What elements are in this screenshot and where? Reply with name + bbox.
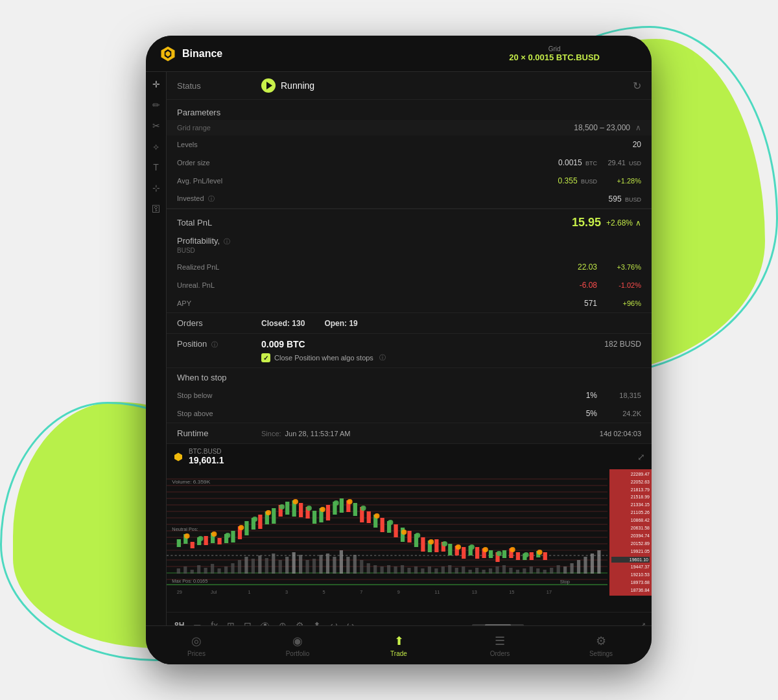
price-level-7: 20631.58	[611, 526, 650, 531]
svg-rect-113	[204, 568, 207, 574]
stop-above-label: Stop above	[177, 410, 261, 417]
svg-rect-57	[381, 518, 384, 532]
refresh-icon[interactable]: ↻	[633, 80, 641, 92]
sidebar: ✛ ✏ ✂ ⟡ T ⊹ ⚿	[146, 72, 167, 625]
crosshair-icon[interactable]: ✛	[152, 80, 160, 89]
avg-pnl-label: Avg. PnL/level	[177, 177, 261, 185]
nav-portfolio[interactable]: ◉ Portfolio	[247, 634, 348, 657]
svg-rect-79	[530, 552, 534, 560]
svg-rect-45	[299, 503, 303, 517]
ruler-icon[interactable]: ⊹	[152, 183, 160, 192]
chevron-up-icon[interactable]: ∧	[635, 123, 641, 132]
stop-above-row: Stop above 5% 24.2K	[167, 404, 652, 423]
fx-icon[interactable]: fx	[208, 620, 220, 626]
svg-rect-155	[489, 568, 492, 574]
svg-rect-121	[258, 555, 261, 574]
nav-orders[interactable]: ☰ Orders	[449, 634, 550, 657]
svg-rect-166	[563, 566, 567, 574]
when-to-stop-label: When to stop	[177, 373, 261, 382]
svg-point-92	[320, 507, 325, 512]
svg-rect-171	[597, 550, 600, 574]
chevron-pnl-icon[interactable]: ∧	[635, 218, 641, 228]
svg-rect-31	[204, 536, 208, 545]
svg-rect-134	[346, 557, 349, 574]
total-pnl-value: 15.95	[572, 216, 601, 229]
position-btc: 0.009 BTC	[261, 339, 604, 349]
svg-rect-27	[177, 539, 181, 547]
svg-rect-136	[360, 560, 363, 574]
nav-settings[interactable]: ⚙ Settings	[550, 634, 652, 657]
svg-point-94	[347, 499, 352, 504]
svg-text:17: 17	[547, 590, 552, 595]
close-position-text: Close Position when algo stops	[274, 354, 373, 362]
when-to-stop-header: When to stop	[167, 368, 652, 386]
text-icon[interactable]: T	[153, 163, 159, 172]
runtime-since-value: Jun 28, 11:53:17 AM	[285, 430, 351, 438]
nav-prices[interactable]: ◎ Prices	[146, 634, 247, 657]
nav-trade[interactable]: ⬆ Trade	[348, 634, 449, 657]
grid-info: Grid 20 × 0.0015 BTC.BUSD	[509, 45, 600, 62]
svg-rect-73	[489, 550, 493, 558]
price-level-3: 21518.99	[611, 495, 650, 500]
chart-expand-icon[interactable]: ⤢	[637, 452, 645, 462]
chart-header: BTC.BUSD 19,601.1 ⤢	[167, 444, 652, 469]
svg-text:Volume: 6.359K: Volume: 6.359K	[172, 479, 211, 485]
svg-rect-116	[224, 566, 228, 574]
svg-rect-43	[285, 502, 289, 515]
chart-svg: Volume: 6.359K Neutral Pos: Max Pos: 0.0…	[167, 469, 652, 596]
svg-rect-138	[373, 565, 377, 574]
price-level-13: 19210.53	[611, 572, 650, 578]
svg-point-89	[279, 504, 285, 509]
layout-icon[interactable]: ⊡	[241, 620, 254, 626]
grid-range-row: Grid range 18,500 – 23,000 ∧	[167, 120, 652, 135]
svg-rect-59	[394, 524, 397, 537]
svg-text:Jul: Jul	[211, 590, 217, 595]
parameters-section: Parameters Grid range 18,500 – 23,000 ∧ …	[167, 100, 652, 209]
stop-below-value: 18,315	[602, 391, 641, 399]
nav-prices-label: Prices	[187, 650, 206, 657]
levels-label: Levels	[177, 141, 261, 148]
svg-text:5: 5	[323, 590, 325, 595]
chart-timeframe[interactable]: 8H	[172, 621, 187, 626]
pencil-icon[interactable]: ✏	[152, 100, 160, 110]
svg-rect-35	[231, 531, 235, 542]
svg-rect-153	[475, 568, 478, 574]
redo-icon[interactable]: ↪	[344, 620, 357, 626]
total-pnl-section: Total PnL 15.95 +2.68% ∧ Profitability, …	[167, 209, 652, 313]
svg-rect-41	[272, 508, 276, 524]
svg-point-100	[429, 539, 434, 544]
chart-symbol: BTC.BUSD	[189, 448, 224, 455]
svg-rect-127	[299, 555, 302, 574]
status-value: Running	[281, 80, 314, 91]
stop-above-value: 24.2K	[602, 410, 641, 417]
eye-icon[interactable]: 👁	[258, 620, 272, 626]
close-position-row: ✓ Close Position when algo stops ⓘ	[261, 353, 641, 362]
svg-rect-158	[509, 568, 512, 574]
indicator-icon[interactable]: ⚌	[191, 620, 204, 626]
grid-view-icon[interactable]: ⊞	[224, 620, 237, 626]
grid-label: Grid	[509, 45, 600, 52]
avg-pnl-pct: +1.28%	[602, 177, 641, 185]
orders-section: Orders Closed: 130 Open: 19	[167, 313, 652, 334]
key-icon[interactable]: ⚿	[152, 204, 161, 213]
settings-chart-icon[interactable]: ⚙	[293, 620, 307, 626]
price-level-15: 18736.84	[611, 588, 650, 593]
position-busd: 182 BUSD	[604, 340, 641, 349]
share-icon[interactable]: ⬆	[311, 620, 324, 626]
scissors-icon[interactable]: ✂	[152, 121, 160, 130]
chart-fullscreen-icon[interactable]: ⤢	[639, 620, 646, 626]
layers-icon[interactable]: ⊕	[276, 620, 289, 626]
close-position-checkbox[interactable]: ✓	[261, 353, 270, 362]
undo-icon[interactable]: ↩	[327, 620, 340, 626]
svg-rect-124	[279, 560, 282, 574]
svg-rect-55	[367, 511, 371, 523]
order-size-usd: 29.41 USD	[602, 159, 641, 167]
svg-point-93	[333, 500, 338, 506]
svg-rect-123	[272, 554, 275, 574]
svg-rect-117	[231, 563, 234, 574]
svg-rect-148	[442, 566, 445, 574]
curve-icon[interactable]: ⟡	[153, 142, 159, 151]
svg-rect-141	[394, 566, 397, 574]
invested-label: Invested ⓘ	[177, 194, 261, 204]
svg-text:1: 1	[248, 590, 251, 595]
